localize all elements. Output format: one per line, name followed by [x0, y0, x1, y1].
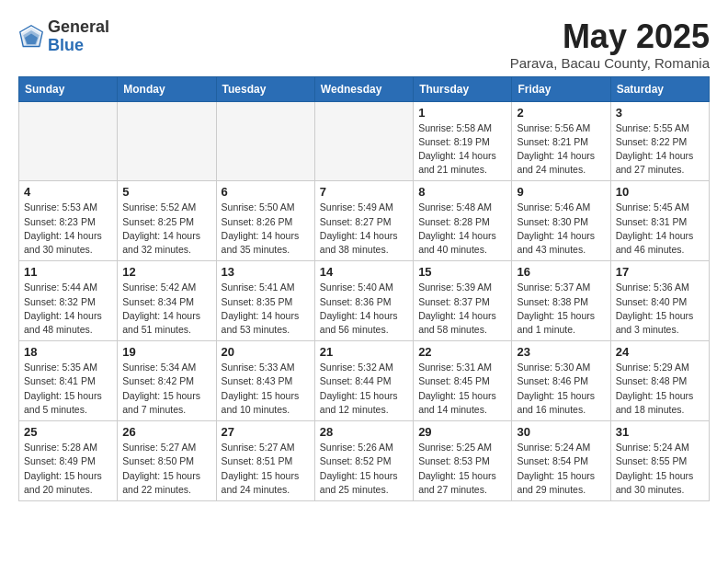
day-detail: Sunrise: 5:40 AM Sunset: 8:36 PM Dayligh…: [320, 281, 408, 337]
header-monday: Monday: [118, 76, 216, 101]
cell-0-3: [314, 101, 413, 181]
header-sunday: Sunday: [19, 76, 118, 101]
day-number: 17: [616, 265, 704, 279]
cell-3-5: 23Sunrise: 5:30 AM Sunset: 8:46 PM Dayli…: [512, 341, 610, 421]
day-number: 18: [24, 345, 112, 359]
header-row: Sunday Monday Tuesday Wednesday Thursday…: [19, 76, 710, 101]
day-number: 22: [418, 345, 506, 359]
cell-2-3: 14Sunrise: 5:40 AM Sunset: 8:36 PM Dayli…: [314, 261, 413, 341]
header-thursday: Thursday: [414, 76, 512, 101]
day-number: 8: [418, 185, 506, 199]
day-number: 6: [222, 185, 310, 199]
cell-3-6: 24Sunrise: 5:29 AM Sunset: 8:48 PM Dayli…: [610, 341, 709, 421]
cell-1-3: 7Sunrise: 5:49 AM Sunset: 8:27 PM Daylig…: [314, 181, 413, 261]
calendar-table: Sunday Monday Tuesday Wednesday Thursday…: [18, 76, 710, 501]
day-detail: Sunrise: 5:34 AM Sunset: 8:42 PM Dayligh…: [122, 361, 210, 417]
day-detail: Sunrise: 5:32 AM Sunset: 8:44 PM Dayligh…: [320, 361, 408, 417]
day-number: 21: [320, 345, 408, 359]
week-row-1: 4Sunrise: 5:53 AM Sunset: 8:23 PM Daylig…: [19, 181, 710, 261]
cell-1-6: 10Sunrise: 5:45 AM Sunset: 8:31 PM Dayli…: [610, 181, 709, 261]
day-number: 4: [24, 185, 112, 199]
cell-3-2: 20Sunrise: 5:33 AM Sunset: 8:43 PM Dayli…: [216, 341, 314, 421]
cell-0-2: [216, 101, 314, 181]
cell-0-0: [19, 101, 118, 181]
day-detail: Sunrise: 5:55 AM Sunset: 8:22 PM Dayligh…: [616, 121, 704, 178]
day-number: 15: [418, 265, 506, 279]
day-detail: Sunrise: 5:31 AM Sunset: 8:45 PM Dayligh…: [418, 361, 506, 417]
logo-text: General Blue: [48, 18, 109, 55]
cell-1-1: 5Sunrise: 5:52 AM Sunset: 8:25 PM Daylig…: [118, 181, 216, 261]
day-number: 1: [418, 106, 506, 120]
day-detail: Sunrise: 5:33 AM Sunset: 8:43 PM Dayligh…: [222, 361, 310, 417]
day-detail: Sunrise: 5:41 AM Sunset: 8:35 PM Dayligh…: [222, 281, 310, 337]
day-detail: Sunrise: 5:44 AM Sunset: 8:32 PM Dayligh…: [24, 281, 112, 337]
calendar-header: Sunday Monday Tuesday Wednesday Thursday…: [19, 76, 710, 101]
day-detail: Sunrise: 5:27 AM Sunset: 8:50 PM Dayligh…: [122, 441, 210, 497]
week-row-4: 25Sunrise: 5:28 AM Sunset: 8:49 PM Dayli…: [19, 421, 710, 501]
cell-1-4: 8Sunrise: 5:48 AM Sunset: 8:28 PM Daylig…: [414, 181, 512, 261]
title-block: May 2025 Parava, Bacau County, Romania: [510, 18, 710, 71]
cell-3-4: 22Sunrise: 5:31 AM Sunset: 8:45 PM Dayli…: [414, 341, 512, 421]
logo: General Blue: [18, 18, 109, 55]
day-number: 2: [517, 106, 605, 120]
day-detail: Sunrise: 5:26 AM Sunset: 8:52 PM Dayligh…: [320, 441, 408, 497]
day-number: 26: [122, 425, 210, 439]
day-number: 7: [320, 185, 408, 199]
cell-0-5: 2Sunrise: 5:56 AM Sunset: 8:21 PM Daylig…: [512, 101, 610, 181]
day-detail: Sunrise: 5:46 AM Sunset: 8:30 PM Dayligh…: [517, 201, 605, 257]
day-detail: Sunrise: 5:29 AM Sunset: 8:48 PM Dayligh…: [616, 361, 704, 417]
day-number: 29: [418, 425, 506, 439]
day-detail: Sunrise: 5:25 AM Sunset: 8:53 PM Dayligh…: [418, 441, 506, 497]
day-number: 9: [517, 185, 605, 199]
cell-4-4: 29Sunrise: 5:25 AM Sunset: 8:53 PM Dayli…: [414, 421, 512, 501]
day-number: 13: [222, 265, 310, 279]
day-detail: Sunrise: 5:45 AM Sunset: 8:31 PM Dayligh…: [616, 201, 704, 257]
day-number: 16: [517, 265, 605, 279]
cell-2-0: 11Sunrise: 5:44 AM Sunset: 8:32 PM Dayli…: [19, 261, 118, 341]
day-detail: Sunrise: 5:49 AM Sunset: 8:27 PM Dayligh…: [320, 201, 408, 257]
day-detail: Sunrise: 5:28 AM Sunset: 8:49 PM Dayligh…: [24, 441, 112, 497]
calendar-title: May 2025: [510, 18, 710, 55]
cell-3-1: 19Sunrise: 5:34 AM Sunset: 8:42 PM Dayli…: [118, 341, 216, 421]
cell-1-2: 6Sunrise: 5:50 AM Sunset: 8:26 PM Daylig…: [216, 181, 314, 261]
day-number: 20: [222, 345, 310, 359]
cell-4-2: 27Sunrise: 5:27 AM Sunset: 8:51 PM Dayli…: [216, 421, 314, 501]
day-number: 11: [24, 265, 112, 279]
day-detail: Sunrise: 5:52 AM Sunset: 8:25 PM Dayligh…: [122, 201, 210, 257]
cell-2-6: 17Sunrise: 5:36 AM Sunset: 8:40 PM Dayli…: [610, 261, 709, 341]
header-tuesday: Tuesday: [216, 76, 314, 101]
cell-4-1: 26Sunrise: 5:27 AM Sunset: 8:50 PM Dayli…: [118, 421, 216, 501]
day-detail: Sunrise: 5:24 AM Sunset: 8:54 PM Dayligh…: [517, 441, 605, 497]
day-detail: Sunrise: 5:42 AM Sunset: 8:34 PM Dayligh…: [122, 281, 210, 337]
day-detail: Sunrise: 5:58 AM Sunset: 8:19 PM Dayligh…: [418, 121, 506, 178]
day-number: 14: [320, 265, 408, 279]
day-detail: Sunrise: 5:37 AM Sunset: 8:38 PM Dayligh…: [517, 281, 605, 337]
cell-4-6: 31Sunrise: 5:24 AM Sunset: 8:55 PM Dayli…: [610, 421, 709, 501]
day-detail: Sunrise: 5:30 AM Sunset: 8:46 PM Dayligh…: [517, 361, 605, 417]
cell-3-3: 21Sunrise: 5:32 AM Sunset: 8:44 PM Dayli…: [314, 341, 413, 421]
day-detail: Sunrise: 5:24 AM Sunset: 8:55 PM Dayligh…: [616, 441, 704, 497]
day-number: 24: [616, 345, 704, 359]
day-number: 25: [24, 425, 112, 439]
day-detail: Sunrise: 5:27 AM Sunset: 8:51 PM Dayligh…: [222, 441, 310, 497]
week-row-2: 11Sunrise: 5:44 AM Sunset: 8:32 PM Dayli…: [19, 261, 710, 341]
week-row-0: 1Sunrise: 5:58 AM Sunset: 8:19 PM Daylig…: [19, 101, 710, 181]
day-number: 30: [517, 425, 605, 439]
header-saturday: Saturday: [610, 76, 709, 101]
day-number: 10: [616, 185, 704, 199]
logo-icon: [18, 24, 44, 50]
cell-2-5: 16Sunrise: 5:37 AM Sunset: 8:38 PM Dayli…: [512, 261, 610, 341]
cell-1-5: 9Sunrise: 5:46 AM Sunset: 8:30 PM Daylig…: [512, 181, 610, 261]
calendar-subtitle: Parava, Bacau County, Romania: [510, 55, 710, 71]
day-number: 19: [122, 345, 210, 359]
cell-2-1: 12Sunrise: 5:42 AM Sunset: 8:34 PM Dayli…: [118, 261, 216, 341]
day-number: 23: [517, 345, 605, 359]
calendar-body: 1Sunrise: 5:58 AM Sunset: 8:19 PM Daylig…: [19, 101, 710, 500]
day-number: 3: [616, 106, 704, 120]
cell-0-6: 3Sunrise: 5:55 AM Sunset: 8:22 PM Daylig…: [610, 101, 709, 181]
day-detail: Sunrise: 5:48 AM Sunset: 8:28 PM Dayligh…: [418, 201, 506, 257]
day-detail: Sunrise: 5:36 AM Sunset: 8:40 PM Dayligh…: [616, 281, 704, 337]
day-detail: Sunrise: 5:53 AM Sunset: 8:23 PM Dayligh…: [24, 201, 112, 257]
day-number: 31: [616, 425, 704, 439]
day-detail: Sunrise: 5:56 AM Sunset: 8:21 PM Dayligh…: [517, 121, 605, 178]
